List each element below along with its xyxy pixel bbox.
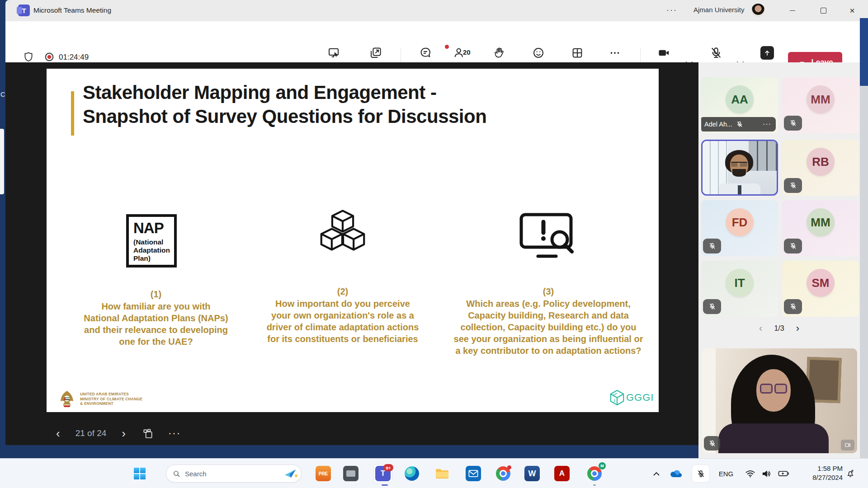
question-3: (3) Which areas (e.g. Policy development…: [453, 286, 644, 357]
deck-more-options-button[interactable]: ···: [168, 427, 181, 439]
maximize-button[interactable]: [813, 0, 834, 21]
shared-slide: Stakeholder Mapping and Engagement - Sna…: [47, 69, 659, 412]
tray-overflow-chevron[interactable]: [650, 459, 663, 488]
participant-tile[interactable]: FD: [701, 200, 778, 256]
taskbar-search[interactable]: Search: [166, 465, 302, 483]
mic-muted-badge: [703, 239, 721, 253]
search-placeholder: Search: [185, 470, 278, 478]
previous-slide-button[interactable]: ‹: [56, 427, 60, 439]
participant-video-tile[interactable]: [701, 140, 778, 196]
avatar: SM: [807, 269, 835, 297]
slide-layout-button[interactable]: [142, 427, 154, 439]
people-count: 20: [463, 48, 471, 56]
shield-icon: [23, 51, 34, 63]
titlebar: T Microsoft Teams Meeting ··· Ajman Univ…: [5, 0, 868, 21]
onedrive-icon[interactable]: [668, 459, 684, 488]
teams-app-icon: T: [18, 5, 30, 16]
participant-name: Adel Ah...: [704, 121, 732, 128]
camera-icon: [642, 46, 685, 60]
participant-tile[interactable]: AA Adel Ah... ···: [701, 77, 778, 133]
video-window-frame: [749, 141, 777, 171]
wifi-icon[interactable]: [743, 459, 757, 488]
taskbar-app-explorer[interactable]: [433, 465, 451, 483]
taskbar-clock[interactable]: 1:58 PM 8/27/2024: [799, 464, 843, 482]
tray-date: 8/27/2024: [799, 473, 843, 482]
tray-time: 1:58 PM: [799, 464, 843, 473]
search-icon: [173, 470, 180, 478]
teams-notification-badge: 9+: [383, 464, 393, 471]
chrome-notification-dot: [507, 465, 511, 469]
next-slide-button[interactable]: ›: [122, 427, 126, 439]
minimize-button[interactable]: [782, 0, 803, 21]
participant-tile[interactable]: MM: [782, 77, 859, 133]
taskbar-app-window[interactable]: [342, 465, 360, 483]
taskbar-app-outlook[interactable]: [464, 465, 482, 483]
participant-tile[interactable]: RB: [782, 140, 859, 196]
language-indicator[interactable]: ENG: [718, 459, 734, 488]
start-button[interactable]: [134, 468, 146, 480]
mic-muted-icon: [694, 46, 738, 60]
taskbar-app-chrome-profile[interactable]: M: [585, 465, 604, 483]
edge-icon: [405, 466, 419, 481]
meeting-toolbar: 01:24:49 Take control Pop out Chat: [5, 21, 860, 62]
participant-tile[interactable]: SM: [782, 261, 859, 317]
notification-bell[interactable]: [843, 459, 858, 488]
search-highlight-icon: [283, 468, 298, 479]
raise-hand-icon: [478, 46, 521, 60]
avatar: AA: [726, 85, 754, 113]
taskbar-app-word[interactable]: W: [523, 465, 541, 483]
teams-running-indicator: [382, 484, 388, 486]
pre-app-icon: PRE: [316, 466, 331, 481]
uae-ministry-logo: UNITED ARAB EMIRATES MINISTRY OF CLIMATE…: [57, 389, 142, 408]
cubes-icon: [314, 209, 371, 262]
participant-tile[interactable]: IT: [701, 261, 778, 317]
mic-muted-badge: [784, 116, 802, 131]
pagination-prev-button[interactable]: ‹: [759, 324, 762, 333]
react-icon: [517, 46, 560, 60]
title-accent-bar: [71, 91, 74, 136]
speaker-icon[interactable]: [760, 459, 773, 488]
participants-pagination: ‹ 1/3 ›: [698, 324, 860, 333]
view-icon: [556, 46, 599, 60]
deck-navigation: ‹ 21 of 24 › ···: [5, 422, 698, 445]
avatar: RB: [807, 148, 835, 176]
participant-name-pill[interactable]: Adel Ah... ···: [701, 117, 776, 131]
mic-muted-badge: [703, 299, 721, 314]
running-indicator: [593, 484, 596, 486]
mic-muted-badge: [784, 299, 802, 314]
avatar: MM: [807, 208, 835, 236]
taskbar-app-edge[interactable]: [403, 465, 421, 483]
camera-small-icon: [844, 442, 851, 448]
monitor-alert-search-icon: [518, 211, 579, 262]
battery-icon[interactable]: [776, 459, 791, 488]
background-window-edge: [860, 86, 868, 458]
gggi-cube-icon: [610, 389, 624, 406]
mic-muted-icon: [736, 121, 743, 128]
more-icon: [593, 46, 637, 60]
avatar: MM: [807, 85, 835, 113]
spotlight-video-tile[interactable]: [702, 348, 857, 453]
account-avatar[interactable]: [751, 4, 765, 17]
take-control-icon: [312, 46, 355, 60]
background-window-edge: [860, 18, 868, 86]
uae-falcon-emblem: [57, 389, 76, 408]
people-icon: 20: [438, 46, 481, 60]
video-corner-button[interactable]: [841, 440, 854, 450]
pagination-next-button[interactable]: ›: [796, 324, 799, 333]
titlebar-more-button[interactable]: ···: [666, 5, 677, 15]
taskbar-app-acrobat[interactable]: A: [553, 465, 571, 483]
avatar: FD: [726, 208, 754, 236]
participant-more-button[interactable]: ···: [763, 120, 771, 128]
share-icon: [745, 46, 789, 60]
nap-box-icon: NAP (National Adaptation Plan): [126, 214, 177, 267]
acrobat-icon: A: [554, 466, 570, 481]
participant-tile[interactable]: MM: [782, 200, 859, 256]
slide-title: Stakeholder Mapping and Engagement - Sna…: [83, 80, 486, 128]
taskbar-app-teams[interactable]: T 9+: [374, 465, 392, 483]
profile-m-badge: M: [599, 462, 606, 469]
taskbar-app-chrome[interactable]: [494, 465, 512, 483]
recording-indicator-icon: [43, 51, 55, 63]
mic-muted-badge: [784, 239, 802, 253]
tray-mic-muted[interactable]: [692, 465, 709, 482]
taskbar-app-pre[interactable]: PRE: [314, 465, 332, 483]
